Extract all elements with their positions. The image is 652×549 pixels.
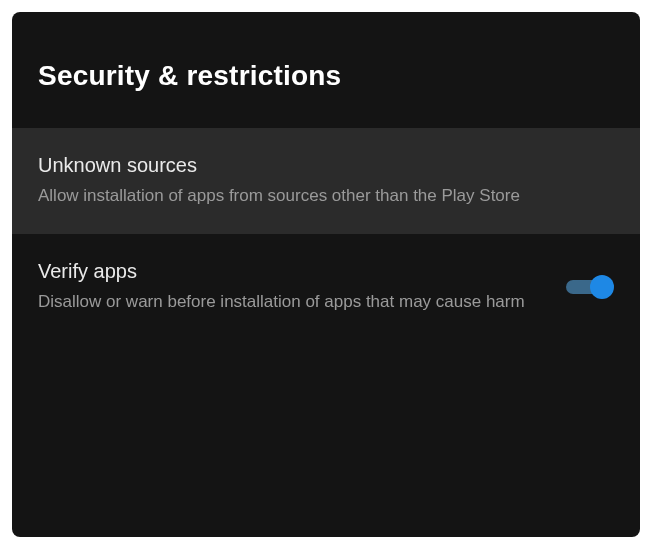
setting-title: Unknown sources: [38, 154, 614, 177]
setting-verify-apps[interactable]: Verify apps Disallow or warn before inst…: [12, 234, 640, 340]
setting-text: Unknown sources Allow installation of ap…: [38, 154, 614, 208]
header: Security & restrictions: [12, 12, 640, 128]
toggle-thumb: [590, 275, 614, 299]
verify-apps-toggle[interactable]: [566, 276, 614, 298]
setting-unknown-sources[interactable]: Unknown sources Allow installation of ap…: [12, 128, 640, 234]
settings-screen: Security & restrictions Unknown sources …: [12, 12, 640, 537]
setting-description: Allow installation of apps from sources …: [38, 185, 614, 208]
setting-title: Verify apps: [38, 260, 550, 283]
setting-text: Verify apps Disallow or warn before inst…: [38, 260, 550, 314]
page-title: Security & restrictions: [38, 60, 614, 92]
setting-description: Disallow or warn before installation of …: [38, 291, 550, 314]
